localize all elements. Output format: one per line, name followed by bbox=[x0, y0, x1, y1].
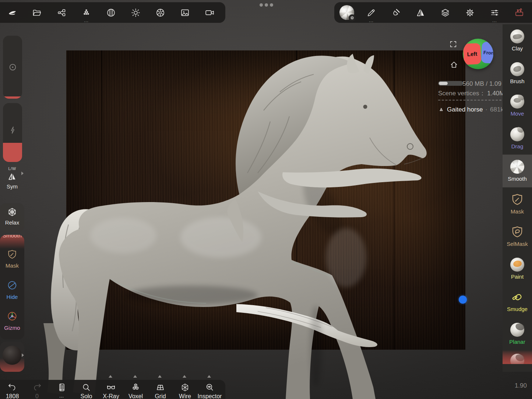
toggle-label: X-Ray bbox=[103, 393, 119, 399]
relax-shortcut[interactable]: Relax bbox=[0, 203, 24, 232]
intensity-slider[interactable] bbox=[3, 103, 22, 162]
topology-button[interactable]: … bbox=[74, 2, 99, 23]
mask-shortcut-label: Mask bbox=[6, 262, 19, 269]
wood-plank-seam bbox=[296, 50, 297, 350]
symmetry-button[interactable] bbox=[408, 2, 433, 23]
fullscreen-icon[interactable] bbox=[449, 40, 457, 48]
chevron-right-icon bbox=[21, 172, 24, 175]
dotted-sphere-icon bbox=[6, 279, 18, 291]
tool-partially-scrolled[interactable] bbox=[503, 350, 532, 364]
camera-button[interactable] bbox=[197, 2, 222, 23]
tool-label: Smooth bbox=[508, 176, 527, 182]
gizmo-shortcut[interactable]: Gizmo bbox=[0, 310, 24, 331]
gizmo-axes-icon bbox=[6, 310, 18, 322]
node-tree-icon bbox=[57, 8, 67, 18]
brush-preview-button[interactable] bbox=[334, 2, 359, 23]
home-icon[interactable] bbox=[450, 60, 458, 69]
toolbar-drag-handle[interactable] bbox=[260, 3, 273, 7]
post-process-button[interactable] bbox=[148, 2, 173, 23]
grid-menu-caret[interactable] bbox=[158, 375, 162, 378]
inspector-toggle[interactable]: Inspector bbox=[197, 380, 222, 399]
toolbox-icon bbox=[514, 8, 524, 18]
tool-label: Move bbox=[511, 110, 524, 117]
background-button[interactable] bbox=[173, 2, 197, 23]
layers-icon bbox=[440, 8, 450, 18]
painting-button[interactable] bbox=[384, 2, 408, 23]
tool-move[interactable]: Move bbox=[503, 89, 532, 122]
grid-plane-icon bbox=[155, 382, 165, 392]
interface-button[interactable]: … bbox=[482, 2, 507, 23]
toggle-label: Solo bbox=[80, 393, 92, 399]
mask-shortcut[interactable]: Mask bbox=[0, 249, 24, 269]
tool-label: Drag bbox=[511, 143, 524, 149]
scene-vertices-value: 1.40M bbox=[487, 90, 504, 97]
gear-icon bbox=[465, 8, 475, 18]
tool-label: Planar bbox=[509, 339, 525, 345]
tool-selmask[interactable]: SelMask bbox=[503, 220, 532, 253]
tool-label: Paint bbox=[511, 273, 524, 280]
brick-pyramid-icon bbox=[81, 8, 91, 18]
voxel-toggle[interactable]: Voxel bbox=[123, 380, 148, 399]
voxel-menu-caret[interactable] bbox=[133, 375, 137, 378]
wire-menu-caret[interactable] bbox=[183, 375, 186, 378]
smooth-tool-icon bbox=[510, 160, 524, 174]
relax-web-icon bbox=[7, 207, 17, 217]
sym-label: Sym bbox=[0, 183, 24, 190]
toggle-label: Inspector bbox=[198, 393, 222, 399]
tool-planar[interactable]: Planar bbox=[503, 318, 532, 350]
viewport-canvas[interactable] bbox=[0, 0, 532, 399]
undo-count: 1808 bbox=[6, 393, 19, 399]
move-tool-icon bbox=[510, 95, 524, 109]
smudge-finger-icon bbox=[510, 290, 524, 304]
hide-shortcut[interactable]: Hide bbox=[0, 279, 24, 300]
material-button[interactable] bbox=[99, 2, 123, 23]
relax-label: Relax bbox=[5, 219, 19, 226]
object-pyramid-icon bbox=[438, 107, 444, 113]
app-menu-button[interactable] bbox=[0, 2, 25, 23]
brush-sphere-gear-icon bbox=[339, 5, 354, 20]
grid-toggle[interactable]: Grid bbox=[148, 380, 173, 399]
files-button[interactable] bbox=[25, 2, 49, 23]
intensity-slider-fill bbox=[3, 143, 22, 162]
redo-button[interactable]: 0 bbox=[25, 380, 49, 399]
toolbox-button[interactable] bbox=[507, 2, 532, 23]
tool-paint[interactable]: Paint bbox=[503, 253, 532, 285]
tool-drag[interactable]: Drag bbox=[503, 122, 532, 155]
tool-label: Brush bbox=[510, 78, 524, 84]
solo-toggle[interactable]: Solo bbox=[74, 380, 99, 399]
wood-plank-seam bbox=[101, 50, 102, 350]
wood-plank-seam bbox=[394, 50, 395, 350]
undo-button[interactable]: 1808 bbox=[0, 380, 25, 399]
drag-tool-icon bbox=[510, 127, 524, 141]
tool-smooth-selected[interactable]: Smooth bbox=[503, 155, 532, 187]
xray-toggle[interactable]: X-Ray bbox=[99, 380, 123, 399]
tool-smudge[interactable]: Smudge bbox=[503, 285, 532, 318]
overflow-dots: … bbox=[482, 19, 507, 22]
settings-button[interactable] bbox=[458, 2, 482, 23]
tool-label: Mask bbox=[511, 208, 524, 215]
inspector-menu-caret[interactable] bbox=[207, 375, 211, 378]
layers-button[interactable] bbox=[433, 2, 458, 23]
stats-divider bbox=[438, 100, 501, 100]
radius-dot-icon bbox=[8, 62, 18, 72]
nav-face-left[interactable]: Left bbox=[463, 43, 482, 65]
tool-mask[interactable]: Mask bbox=[503, 187, 532, 220]
xray-menu-caret[interactable] bbox=[109, 375, 112, 378]
orientation-nav-ball[interactable]: Left Fron bbox=[463, 39, 493, 69]
scene-graph-button[interactable] bbox=[49, 2, 74, 23]
tool-brush[interactable]: Brush bbox=[503, 57, 532, 90]
symmetry-toggle[interactable]: L/W Sym bbox=[0, 166, 24, 190]
radius-slider[interactable] bbox=[3, 36, 22, 99]
toggle-label: Wire bbox=[179, 393, 191, 399]
scrolled-smooth-label: Smooth bbox=[0, 235, 24, 239]
tool-label: Clay bbox=[512, 45, 523, 52]
history-notes-button[interactable]: … bbox=[49, 380, 74, 399]
wire-toggle[interactable]: Wire bbox=[173, 380, 197, 399]
tool-clay[interactable]: Clay bbox=[503, 24, 532, 57]
stroke-button[interactable]: … bbox=[359, 2, 384, 23]
lighting-button[interactable] bbox=[123, 2, 148, 23]
material-preview-panel[interactable] bbox=[0, 342, 24, 372]
scene-object-row[interactable]: Gaited horse · 681k bbox=[438, 106, 504, 113]
lightning-icon bbox=[8, 125, 18, 135]
gear-badge-icon bbox=[349, 14, 356, 21]
